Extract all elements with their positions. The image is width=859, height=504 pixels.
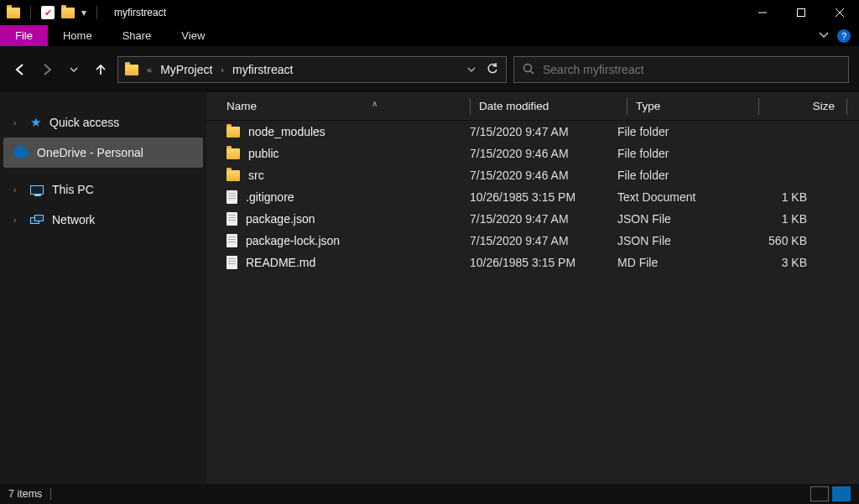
- sidebar-item-label: This PC: [52, 183, 94, 196]
- file-size: 1 KB: [740, 190, 819, 204]
- folder-icon: [226, 148, 240, 159]
- up-button[interactable]: [91, 60, 111, 80]
- file-date: 7/15/2020 9:46 AM: [470, 169, 617, 182]
- address-dropdown[interactable]: [467, 63, 476, 76]
- column-label: Name: [226, 100, 257, 112]
- tab-view[interactable]: View: [166, 25, 220, 46]
- file-type: JSON File: [617, 212, 740, 226]
- ribbon: File Home Share View ?: [0, 25, 859, 47]
- file-list-pane: Name ∧ Date modified Type Size node_modu…: [206, 92, 859, 484]
- file-row[interactable]: src7/15/2020 9:46 AMFile folder: [206, 164, 859, 186]
- ribbon-collapse-button[interactable]: [819, 29, 829, 42]
- file-row[interactable]: public7/15/2020 9:46 AMFile folder: [206, 143, 859, 164]
- close-button[interactable]: [820, 0, 859, 25]
- file-name: package.json: [246, 212, 315, 226]
- tab-home[interactable]: Home: [48, 25, 107, 46]
- tab-share[interactable]: Share: [107, 25, 167, 46]
- sidebar-item-this-pc[interactable]: › This PC: [0, 174, 206, 205]
- recent-locations-button[interactable]: [64, 60, 84, 80]
- star-icon: ★: [30, 115, 41, 130]
- column-header-name[interactable]: Name ∧: [206, 100, 470, 112]
- file-type: Text Document: [617, 190, 740, 204]
- file-name: .gitignore: [246, 190, 294, 204]
- breadcrumb[interactable]: myfirstreact: [232, 63, 293, 76]
- search-icon: [523, 63, 534, 77]
- file-type: File folder: [617, 125, 740, 138]
- status-bar: 7 items: [0, 484, 859, 504]
- sidebar-item-network[interactable]: › Network: [0, 205, 206, 235]
- folder-icon: [226, 127, 240, 138]
- nav-pane: › ★ Quick access OneDrive - Personal › T…: [0, 92, 206, 484]
- breadcrumb[interactable]: MyProject: [160, 63, 212, 76]
- svg-point-4: [524, 64, 532, 71]
- file-name: src: [248, 169, 264, 182]
- file-row[interactable]: node_modules7/15/2020 9:47 AMFile folder: [206, 121, 859, 143]
- file-row[interactable]: README.md10/26/1985 3:15 PMMD File3 KB: [206, 252, 859, 273]
- file-icon: [226, 190, 237, 204]
- file-icon: [226, 256, 237, 269]
- file-list: node_modules7/15/2020 9:47 AMFile folder…: [206, 121, 859, 273]
- expand-icon[interactable]: ›: [13, 118, 22, 127]
- column-header-date[interactable]: Date modified: [479, 100, 627, 112]
- separator: [96, 6, 97, 19]
- file-type: JSON File: [617, 234, 740, 247]
- file-name: public: [248, 147, 279, 160]
- network-icon: [30, 215, 44, 225]
- file-name: package-lock.json: [246, 234, 340, 247]
- file-row[interactable]: package.json7/15/2020 9:47 AMJSON File1 …: [206, 208, 859, 230]
- column-header-type[interactable]: Type: [636, 100, 758, 112]
- back-button[interactable]: [10, 60, 30, 80]
- window-title: myfirstreact: [114, 7, 166, 18]
- search-input[interactable]: [543, 63, 840, 76]
- chevron-left-icon[interactable]: «: [145, 65, 154, 75]
- file-row[interactable]: .gitignore10/26/1985 3:15 PMText Documen…: [206, 186, 859, 208]
- separator: [50, 488, 51, 500]
- column-divider[interactable]: [758, 98, 759, 115]
- file-tab[interactable]: File: [0, 25, 48, 46]
- file-date: 7/15/2020 9:46 AM: [470, 147, 617, 160]
- sort-indicator-icon: ∧: [372, 99, 377, 108]
- help-button[interactable]: ?: [837, 29, 851, 43]
- chevron-right-icon[interactable]: ›: [219, 65, 226, 75]
- minimize-button[interactable]: [743, 0, 782, 25]
- column-divider[interactable]: [846, 98, 847, 115]
- large-icons-view-button[interactable]: [832, 486, 851, 501]
- file-date: 7/15/2020 9:47 AM: [470, 212, 617, 226]
- monitor-icon: [30, 185, 44, 195]
- file-date: 7/15/2020 9:47 AM: [470, 234, 617, 247]
- sidebar-item-onedrive[interactable]: OneDrive - Personal: [3, 138, 203, 168]
- column-divider[interactable]: [627, 98, 627, 115]
- refresh-button[interactable]: [486, 62, 499, 78]
- forward-button[interactable]: [37, 60, 57, 80]
- file-icon: [226, 212, 237, 226]
- expand-icon[interactable]: ›: [13, 216, 22, 225]
- properties-icon[interactable]: ✔: [41, 6, 55, 19]
- qat-overflow[interactable]: ▾: [81, 7, 86, 18]
- maximize-button[interactable]: [782, 0, 820, 25]
- folder-icon[interactable]: [61, 8, 75, 18]
- folder-icon: [7, 8, 20, 18]
- sidebar-item-quick-access[interactable]: › ★ Quick access: [0, 107, 206, 138]
- search-box[interactable]: [513, 56, 849, 83]
- file-size: 3 KB: [740, 256, 819, 269]
- cloud-icon: [13, 148, 29, 158]
- sidebar-item-label: Quick access: [49, 116, 119, 129]
- file-date: 10/26/1985 3:15 PM: [470, 190, 617, 204]
- details-view-button[interactable]: [810, 486, 829, 501]
- file-name: README.md: [246, 256, 315, 269]
- separator: [30, 6, 31, 19]
- svg-line-5: [531, 70, 534, 74]
- sidebar-item-label: Network: [52, 213, 95, 226]
- expand-icon[interactable]: ›: [13, 185, 22, 195]
- file-type: File folder: [617, 147, 740, 160]
- file-type: File folder: [617, 169, 740, 182]
- file-row[interactable]: package-lock.json7/15/2020 9:47 AMJSON F…: [206, 230, 859, 252]
- column-header-size[interactable]: Size: [768, 100, 846, 112]
- column-headers: Name ∧ Date modified Type Size: [206, 92, 859, 121]
- file-name: node_modules: [248, 125, 325, 138]
- item-count: 7 items: [8, 488, 42, 500]
- column-divider[interactable]: [470, 98, 471, 115]
- file-size: 560 KB: [740, 234, 819, 247]
- address-bar[interactable]: « MyProject › myfirstreact: [117, 56, 507, 83]
- folder-icon: [125, 65, 138, 75]
